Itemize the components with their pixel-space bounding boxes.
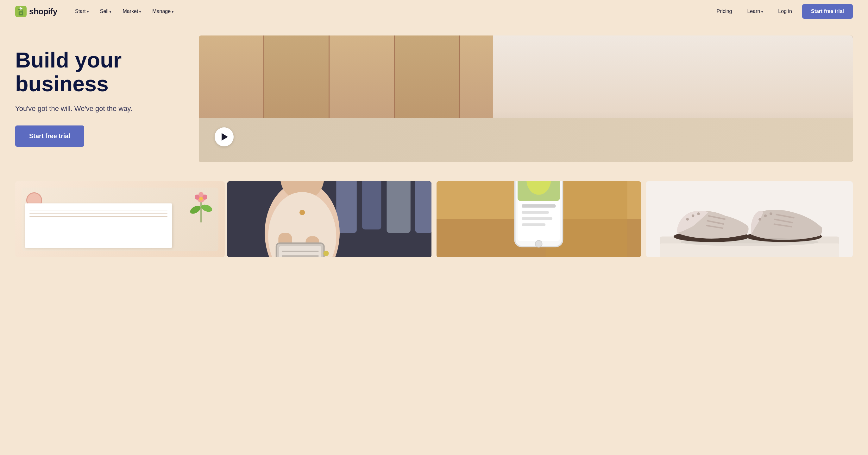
svg-rect-12 [336,181,357,233]
hero-subtitle: You've got the will. We've got the way. [15,105,180,113]
shopify-logo-icon [15,6,27,17]
notebook-scene [22,188,218,251]
nav-learn[interactable]: Learn ▾ [742,6,768,17]
notepad-decoration [25,203,172,248]
hero-video-bg [199,35,853,162]
svg-point-43 [535,240,542,248]
nav-start[interactable]: Start ▾ [70,6,94,17]
brand-name: shopify [29,7,57,17]
svg-point-55 [686,218,689,221]
svg-point-57 [697,212,700,215]
navigation: shopify Start ▾ Sell ▾ Market ▾ Manage ▾… [0,0,868,23]
svg-rect-15 [415,181,431,233]
svg-point-64 [769,212,772,215]
image-grid [0,181,868,264]
clothes-rack-illustration [227,181,432,257]
shoes-scene [646,181,853,257]
nav-login-link[interactable]: Log in [773,6,797,17]
svg-point-28 [300,210,305,215]
notepad-line-2 [29,213,167,214]
table-image-area [199,118,853,162]
nav-main-links: Start ▾ Sell ▾ Market ▾ Manage ▾ [70,6,712,17]
svg-rect-14 [386,181,410,233]
svg-point-62 [758,218,761,221]
svg-rect-39 [522,204,556,208]
logo-link[interactable]: shopify [15,6,57,17]
svg-rect-2 [20,13,22,14]
hero-start-free-trial-button[interactable]: Start free trial [15,125,84,147]
svg-rect-42 [522,223,546,226]
learn-chevron-icon: ▾ [761,10,763,13]
hero-section: Build your business You've got the will.… [0,23,868,181]
svg-point-4 [189,204,202,215]
svg-rect-41 [522,217,552,220]
svg-point-10 [199,197,203,201]
nav-start-free-trial-button[interactable]: Start free trial [802,4,853,19]
svg-point-9 [198,192,204,197]
svg-point-63 [764,215,767,217]
start-chevron-icon: ▾ [87,10,89,13]
clothes-scene [227,181,432,257]
market-chevron-icon: ▾ [139,10,141,13]
nav-right-links: Pricing Learn ▾ Log in Start free trial [712,4,853,19]
grid-cell-notepad [15,181,225,257]
shoes-illustration [646,181,853,257]
plant-icon [188,191,214,222]
play-icon [222,133,228,141]
nav-market[interactable]: Market ▾ [118,6,146,17]
notepad-line-3 [29,216,167,217]
play-button[interactable] [215,127,234,146]
grid-cell-shoes [646,181,853,257]
svg-point-65 [680,238,818,246]
nav-manage[interactable]: Manage ▾ [147,6,179,17]
hero-content: Build your business You've got the will.… [15,35,180,147]
sell-chevron-icon: ▾ [110,10,111,13]
nav-pricing-link[interactable]: Pricing [712,6,737,17]
grid-cell-tablet [227,181,432,257]
phone-illustration [437,181,641,257]
manage-chevron-icon: ▾ [172,10,174,13]
hero-title: Build your business [15,48,180,96]
notepad-line-1 [29,210,167,210]
svg-point-5 [200,203,213,213]
hero-video-area [199,35,853,162]
notepad-lines [25,203,172,223]
svg-point-56 [691,215,694,217]
svg-rect-13 [362,181,381,229]
phone-scene [437,181,641,257]
svg-point-29 [323,251,329,256]
nav-sell[interactable]: Sell ▾ [95,6,117,17]
grid-cell-phone [437,181,641,257]
svg-rect-40 [522,211,549,214]
hero-video-container[interactable] [199,35,853,162]
